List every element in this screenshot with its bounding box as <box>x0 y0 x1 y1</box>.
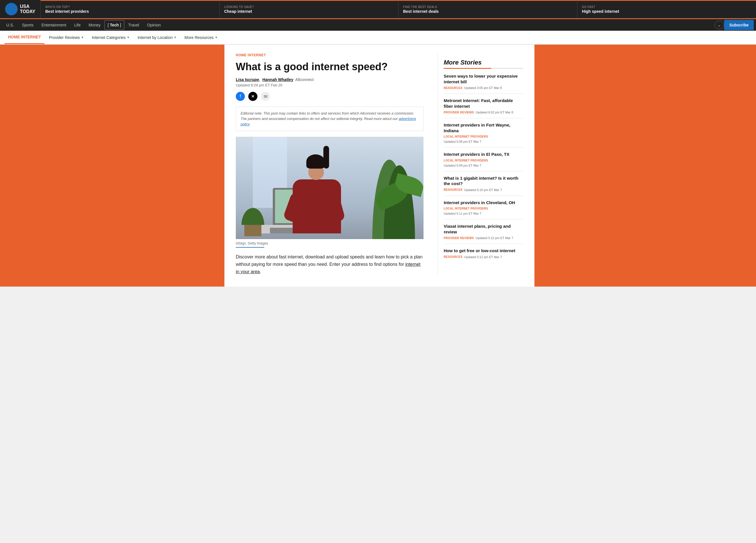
sub-nav: HOME INTERNETProvider Reviews▼Internet C… <box>0 31 756 45</box>
nav-more-button[interactable]: ⌄ <box>714 21 724 29</box>
story-date: Updated 5:12 pm ET Mar 7 <box>464 255 502 259</box>
article-section: HOME INTERNET What is a good internet sp… <box>236 53 424 275</box>
orange-sidebar-right <box>534 45 551 286</box>
story-meta: RESOURCES Updated 5:12 pm ET Mar 7 <box>444 255 523 259</box>
article-date: Updated 9:29 pm ET Feb 20 <box>236 83 424 87</box>
sidebar-story: How to get free or low-cost internet RES… <box>444 248 523 263</box>
chevron-down-icon: ▼ <box>127 36 130 39</box>
story-meta: LOCAL INTERNET PROVIDERS Updated 5:09 pm… <box>444 159 523 167</box>
social-icons: f ✕ ✉ <box>236 92 424 101</box>
author-separator: , <box>259 77 260 82</box>
ad-link-item[interactable]: FIND THE BEST DEALSBest internet deals <box>398 0 577 18</box>
sidebar-story: Internet providers in Fort Wayne, Indian… <box>444 122 523 148</box>
subscribe-button[interactable]: Subscribe <box>724 20 754 30</box>
story-tag: RESOURCES <box>444 86 462 90</box>
page-wrapper: HOME INTERNET What is a good internet sp… <box>207 45 549 286</box>
sidebar-story: Internet providers in Cleveland, OH LOCA… <box>444 200 523 220</box>
ad-link-item[interactable]: GO FASTHigh speed internet <box>577 0 756 18</box>
sub-nav-label: HOME INTERNET <box>8 35 41 39</box>
sub-nav-label: Internet Categories <box>92 35 126 40</box>
facebook-icon[interactable]: f <box>236 92 245 101</box>
sub-nav-item-internet-by-location[interactable]: Internet by Location▼ <box>134 31 180 44</box>
ad-title: Best internet deals <box>403 9 573 14</box>
story-date: Updated 5:08 pm ET Mar 7 <box>444 140 481 143</box>
usa-today-logo[interactable]: USA TODAY <box>5 3 35 15</box>
story-title[interactable]: What is 1 gigabit internet? Is it worth … <box>444 176 523 187</box>
story-tag: PROVIDER REVIEWS <box>444 111 474 114</box>
article-title: What is a good internet speed? <box>236 61 424 73</box>
email-icon[interactable]: ✉ <box>261 92 270 101</box>
story-date: Updated 5:11 pm ET Mar 7 <box>444 212 481 215</box>
story-tag: LOCAL INTERNET PROVIDERS <box>444 207 488 210</box>
x-twitter-icon[interactable]: ✕ <box>248 92 257 101</box>
sub-nav-item-provider-reviews[interactable]: Provider Reviews▼ <box>46 31 87 44</box>
story-title[interactable]: Internet providers in Fort Wayne, Indian… <box>444 122 523 133</box>
nav-item-life[interactable]: Life <box>70 19 85 31</box>
sidebar-story: Metronet Internet: Fast, affordable fibe… <box>444 98 523 118</box>
nav-item-opinion[interactable]: Opinion <box>143 19 165 31</box>
ad-label: WHO'S ON TOP? <box>45 5 215 9</box>
ad-title: Cheap internet <box>224 9 394 14</box>
editorial-note: Editorial note: This post may contain li… <box>236 107 424 131</box>
story-title[interactable]: Internet providers in El Paso, TX <box>444 152 523 157</box>
person-hair <box>306 154 325 169</box>
story-title[interactable]: Internet providers in Cleveland, OH <box>444 200 523 206</box>
nav-item-u.s.[interactable]: U.S. <box>2 19 18 31</box>
sub-nav-item-home-internet[interactable]: HOME INTERNET <box>5 31 44 44</box>
story-tag: LOCAL INTERNET PROVIDERS <box>444 135 488 138</box>
author-source: Allconnect <box>295 77 314 82</box>
orange-sidebar-left <box>207 45 224 286</box>
sub-nav-label: Provider Reviews <box>49 35 80 40</box>
nav-item-entertainment[interactable]: Entertainment <box>38 19 70 31</box>
sidebar-stories: Seven ways to lower your expensive inter… <box>444 73 523 263</box>
article-image <box>236 137 424 239</box>
article-body: Discover more about fast internet, downl… <box>236 253 424 275</box>
author-1[interactable]: Lisa Iscrupe <box>236 77 259 82</box>
sub-nav-item-internet-categories[interactable]: Internet Categories▼ <box>88 31 133 44</box>
image-caption-line <box>236 247 264 248</box>
story-meta: LOCAL INTERNET PROVIDERS Updated 5:11 pm… <box>444 207 523 215</box>
nav-item-travel[interactable]: Travel <box>124 19 143 31</box>
nav-item-sports[interactable]: Sports <box>18 19 37 31</box>
sidebar-story: What is 1 gigabit internet? Is it worth … <box>444 176 523 196</box>
story-date: Updated 6:02 pm ET Mar 8 <box>476 111 513 114</box>
main-content: HOME INTERNET What is a good internet sp… <box>224 45 534 286</box>
ad-link-item[interactable]: WHO'S ON TOP?Best internet providers <box>40 0 219 18</box>
story-tag: LOCAL INTERNET PROVIDERS <box>444 159 488 162</box>
sidebar: More Stories Seven ways to lower your ex… <box>438 53 523 275</box>
ad-link-item[interactable]: LOOKING TO SAVE?Cheap internet <box>219 0 398 18</box>
sidebar-story: Seven ways to lower your expensive inter… <box>444 73 523 94</box>
story-date: Updated 5:09 pm ET Mar 7 <box>444 164 481 167</box>
logo-text: USA TODAY <box>20 4 35 14</box>
story-title[interactable]: How to get free or low-cost internet <box>444 248 523 254</box>
story-title[interactable]: Viasat internet plans, pricing and revie… <box>444 224 523 235</box>
sidebar-title-underline <box>444 68 523 69</box>
ad-label: LOOKING TO SAVE? <box>224 5 394 9</box>
main-nav: U.S.SportsEntertainmentLifeMoney[ Tech ]… <box>0 19 756 31</box>
story-date: Updated 3:05 pm ET Mar 8 <box>464 86 502 90</box>
nav-item-tech[interactable]: [ Tech ] <box>104 20 124 30</box>
content-layout: HOME INTERNET What is a good internet sp… <box>236 53 523 275</box>
sub-nav-item-more-resources[interactable]: More Resources▼ <box>181 31 221 44</box>
ad-label: GO FAST <box>582 5 751 9</box>
story-tag: RESOURCES <box>444 188 462 191</box>
story-title[interactable]: Seven ways to lower your expensive inter… <box>444 73 523 84</box>
logo-area: USA TODAY <box>0 0 40 18</box>
story-date: Updated 5:12 pm ET Mar 7 <box>476 236 513 240</box>
sidebar-title: More Stories <box>444 59 523 66</box>
image-caption: d3sign, Getty Images <box>236 242 424 245</box>
story-date: Updated 5:10 pm ET Mar 7 <box>464 188 502 192</box>
article-body-end: . <box>260 269 261 274</box>
author-2[interactable]: Hannah Whatley <box>262 77 293 82</box>
breadcrumb[interactable]: HOME INTERNET <box>236 53 424 57</box>
chevron-down-icon: ▼ <box>215 36 218 39</box>
story-meta: PROVIDER REVIEWS Updated 6:02 pm ET Mar … <box>444 111 523 114</box>
story-meta: RESOURCES Updated 3:05 pm ET Mar 8 <box>444 86 523 90</box>
ad-label: FIND THE BEST DEALS <box>403 5 573 9</box>
chevron-down-icon: ▼ <box>174 36 177 39</box>
nav-item-money[interactable]: Money <box>84 19 104 31</box>
story-tag: RESOURCES <box>444 255 462 259</box>
story-meta: RESOURCES Updated 5:10 pm ET Mar 7 <box>444 188 523 192</box>
chevron-down-icon: ▼ <box>81 36 84 39</box>
story-title[interactable]: Metronet Internet: Fast, affordable fibe… <box>444 98 523 109</box>
